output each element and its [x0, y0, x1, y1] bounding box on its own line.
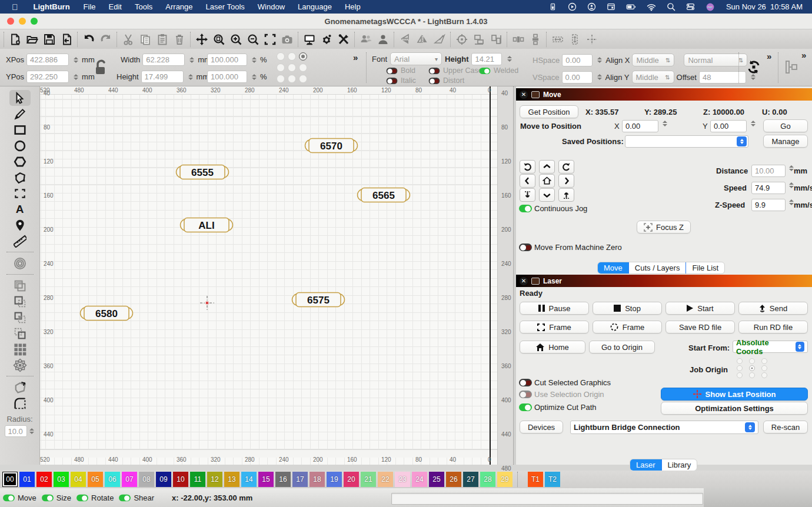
wifi-icon[interactable] — [641, 2, 661, 12]
color-swatch-10[interactable]: 10 — [173, 472, 188, 487]
close-icon[interactable]: ✕ — [520, 91, 528, 99]
tool-layer-swatch-T1[interactable]: T1 — [528, 472, 543, 487]
rescan-button[interactable]: Re-scan — [763, 421, 808, 433]
anchor-dot-2[interactable] — [299, 52, 307, 61]
xpos-stepper[interactable] — [72, 57, 79, 63]
ypos-field[interactable]: 292.250 — [26, 71, 69, 83]
jog-home-button[interactable] — [539, 174, 555, 188]
job-origin-radio-6[interactable] — [737, 372, 743, 378]
jog-left-button[interactable] — [520, 174, 535, 188]
jog-up-button[interactable] — [539, 160, 555, 174]
edit-nodes-tool[interactable] — [9, 169, 31, 185]
focus-z-button[interactable]: Focus Z — [637, 221, 691, 234]
font-combo[interactable]: Arial▾ — [390, 52, 442, 65]
zoom-in-icon[interactable] — [227, 32, 244, 47]
distribute-v-icon[interactable] — [527, 32, 544, 47]
height-percent-field[interactable]: 100.000 — [207, 71, 247, 83]
aligny-combo[interactable]: Middle⇅ — [632, 71, 674, 84]
search-icon[interactable] — [661, 2, 681, 11]
name-tag-shape[interactable]: 6570 — [304, 138, 358, 155]
color-swatch-04[interactable]: 04 — [71, 472, 86, 487]
control-center-icon[interactable] — [681, 2, 700, 11]
measure-tool[interactable] — [9, 233, 31, 249]
vspace-field[interactable]: 0.00 — [562, 71, 593, 84]
cut-icon[interactable] — [119, 32, 137, 47]
continuous-jog-toggle[interactable]: Continuous Jog — [519, 204, 587, 213]
anchor-dot-4[interactable] — [288, 64, 296, 72]
tab-laser[interactable]: Laser — [630, 459, 662, 471]
width-percent-field[interactable]: 100.000 — [207, 54, 247, 66]
jog-z-up-button[interactable] — [558, 188, 574, 202]
marquee-tool[interactable] — [9, 185, 31, 201]
color-swatch-27[interactable]: 27 — [463, 472, 478, 487]
copy-icon[interactable] — [137, 32, 154, 47]
undo-icon[interactable] — [80, 32, 97, 47]
rectangle-tool[interactable] — [9, 122, 31, 138]
tab-cuts-layers[interactable]: Cuts / Layers — [629, 262, 687, 273]
tab-library[interactable]: Library — [662, 459, 697, 471]
boolean-exclude-tool[interactable] — [9, 325, 31, 341]
color-swatch-19[interactable]: 19 — [327, 472, 342, 487]
anchor-dot-5[interactable] — [299, 64, 307, 72]
zspeed-field[interactable]: 9.9 — [751, 199, 786, 211]
color-swatch-16[interactable]: 16 — [275, 472, 291, 487]
redo-icon[interactable] — [97, 32, 114, 47]
vspace-stepper[interactable] — [596, 74, 603, 80]
start-from-combo[interactable]: Absolute Coords — [733, 341, 808, 353]
color-swatch-11[interactable]: 11 — [190, 472, 205, 487]
color-swatch-08[interactable]: 08 — [139, 472, 154, 487]
zoom-page-icon[interactable] — [210, 32, 227, 47]
position-laser-tool[interactable] — [9, 217, 31, 233]
detach-icon[interactable] — [531, 91, 540, 98]
pause-button[interactable]: Pause — [520, 302, 589, 315]
mirror-icon[interactable] — [431, 32, 448, 47]
start-button[interactable]: Start — [665, 302, 735, 315]
fit-width-icon[interactable] — [549, 32, 566, 47]
draw-lines-tool[interactable] — [9, 106, 31, 122]
jog-down-button[interactable] — [539, 188, 555, 202]
ellipse-tool[interactable] — [9, 138, 31, 154]
frame-circle-button[interactable]: Frame — [593, 321, 662, 333]
cut-selected-toggle[interactable]: Cut Selected Graphics — [519, 378, 611, 387]
show-last-position-button[interactable]: Show Last Position — [661, 388, 808, 401]
align-center-h-icon[interactable] — [470, 32, 487, 47]
status-toggle-move[interactable]: Move — [2, 493, 36, 502]
color-swatch-24[interactable]: 24 — [412, 472, 427, 487]
detach-icon[interactable] — [531, 278, 540, 285]
menu-item-language[interactable]: Language — [291, 2, 338, 11]
color-swatch-29[interactable]: 29 — [497, 472, 513, 487]
run-rd-button[interactable]: Run RD file — [738, 321, 808, 333]
height-percent-stepper[interactable] — [251, 74, 258, 80]
hspace-stepper[interactable] — [596, 57, 603, 63]
toolbar-expand-chevron-2[interactable]: » — [767, 51, 770, 61]
job-origin-radio-7[interactable] — [749, 372, 755, 378]
home-button[interactable]: Home — [520, 341, 585, 353]
radius-stepper[interactable] — [28, 428, 35, 434]
menu-clock[interactable]: Sun Nov 26 10:58 AM — [720, 2, 805, 11]
menu-item-edit[interactable]: Edit — [102, 2, 128, 11]
anchor-dot-6[interactable] — [277, 75, 285, 83]
color-swatch-17[interactable]: 17 — [292, 472, 308, 487]
stop-button[interactable]: Stop — [593, 302, 662, 315]
app-menu[interactable]: LightBurn — [26, 2, 77, 11]
circular-array-tool[interactable] — [9, 357, 31, 373]
color-swatch-07[interactable]: 07 — [122, 472, 137, 487]
menu-item-file[interactable]: File — [77, 2, 102, 11]
menu-item-laser-tools[interactable]: Laser Tools — [199, 2, 251, 11]
name-tag-shape[interactable]: 6555 — [175, 164, 229, 182]
job-origin-grid[interactable] — [737, 358, 774, 379]
color-swatch-23[interactable]: 23 — [395, 472, 410, 487]
jog-right-button[interactable] — [558, 174, 574, 188]
xpos-field[interactable]: 422.886 — [26, 54, 69, 66]
tab-file-list[interactable]: File List — [686, 262, 724, 273]
paste-icon[interactable] — [154, 32, 171, 47]
job-origin-radio-5[interactable] — [761, 365, 767, 371]
color-swatch-03[interactable]: 03 — [54, 472, 69, 487]
color-swatch-26[interactable]: 26 — [446, 472, 461, 487]
workspace-canvas[interactable]: 5205204804804404404004003603603203202802… — [40, 86, 497, 465]
width-percent-stepper[interactable] — [251, 57, 258, 63]
job-origin-radio-3[interactable] — [737, 365, 743, 371]
color-swatch-09[interactable]: 09 — [156, 472, 171, 487]
jog-z-down-button[interactable] — [520, 188, 535, 202]
hspace-field[interactable]: 0.00 — [562, 54, 593, 66]
